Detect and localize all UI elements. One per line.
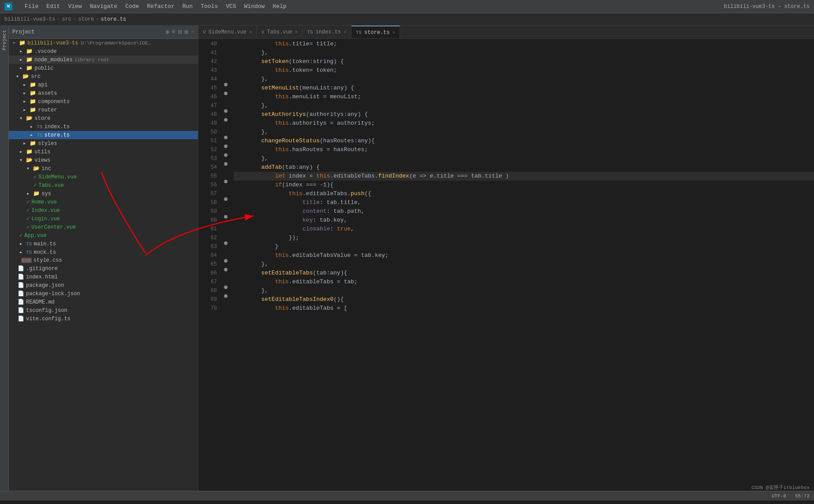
ts-tab-icon: TS <box>307 30 313 35</box>
settings-icon[interactable]: ⚙ <box>184 28 188 36</box>
folder-open-icon: ▾ <box>12 40 15 46</box>
menu-edit[interactable]: Edit <box>43 2 63 11</box>
tab-sidemenu-label: SideMenu.vue <box>209 29 246 35</box>
sidebar-item-stylecss[interactable]: css style.css <box>9 256 198 264</box>
sidebar-item-indexhtml[interactable]: 📄 index.html <box>9 273 198 281</box>
ts-icon: TS <box>37 124 42 130</box>
menu-vcs[interactable]: VCS <box>222 2 239 11</box>
sidebar-item-packagelockjson[interactable]: 📄 package-lock.json <box>9 289 198 298</box>
usercenter-label: UserCenter.vue <box>31 224 76 230</box>
sidebar-item-api[interactable]: ▸ 📁 api <box>9 81 198 89</box>
tab-sidemenu[interactable]: V SideMenu.vue × <box>198 26 257 39</box>
tab-index-ts[interactable]: TS index.ts × <box>302 26 351 39</box>
folder-icon: 📁 <box>26 48 33 55</box>
close-store-ts-tab[interactable]: × <box>392 30 396 35</box>
tab-store-ts[interactable]: TS store.ts × <box>351 26 400 39</box>
sidebar-title: Project <box>12 29 162 35</box>
project-tab[interactable]: Project <box>0 26 9 491</box>
sidebar-item-store[interactable]: ▾ 📂 store <box>9 114 198 122</box>
close-sidebar-icon[interactable]: – <box>191 28 194 36</box>
mockts-label: mock.ts <box>34 249 56 256</box>
sidebar-item-sidemenu[interactable]: ✓ SideMenu.vue <box>9 173 198 181</box>
expand-icon[interactable]: ⊟ <box>178 28 182 36</box>
sidebar-item-index-ts[interactable]: ▸ TS index.ts <box>9 122 198 131</box>
sidebar-item-styles[interactable]: ▸ 📁 styles <box>9 139 198 148</box>
packagelockjson-label: package-lock.json <box>26 291 80 297</box>
breadcrumb-store[interactable]: store <box>78 16 94 22</box>
folder-open-src-icon: 📂 <box>22 73 29 80</box>
sidebar-item-gitignore[interactable]: 📄 .gitignore <box>9 264 198 273</box>
sidebar-header: Project ⊕ ≡ ⊟ ⚙ – <box>9 26 198 39</box>
sidebar-item-packagejson[interactable]: 📄 package.json <box>9 281 198 289</box>
menu-code[interactable]: Code <box>122 2 142 11</box>
tab-tabs[interactable]: V Tabs.vue × <box>257 26 303 39</box>
menu-window[interactable]: Window <box>241 2 269 11</box>
breadcrumb-project[interactable]: bilibili-vue3-ts <box>4 16 55 22</box>
sidebar-item-components[interactable]: ▸ 📁 components <box>9 97 198 106</box>
main-container: Project Project ⊕ ≡ ⊟ ⚙ – ▾ 📁 bilibili-v… <box>0 26 814 491</box>
sidebar-item-assets[interactable]: ▸ 📁 assets <box>9 89 198 97</box>
folder-comp-icon: 📁 <box>30 98 36 105</box>
sidebar-item-bilibili-vue3-ts[interactable]: ▾ 📁 bilibili-vue3-ts D:\ProgramWorkSpace… <box>9 39 198 47</box>
folder-router-icon: 📁 <box>30 107 36 113</box>
sidebar-item-utils[interactable]: ▸ 📁 utils <box>9 148 198 156</box>
code-line-52: this.hasRoutes = hasRoutes; <box>234 145 814 154</box>
project-tab-label[interactable]: Project <box>2 30 7 50</box>
sidebar-item-inc[interactable]: ▾ 📂 inc <box>9 164 198 173</box>
menu-navigate[interactable]: Navigate <box>86 2 121 11</box>
sidebar-item-readme[interactable]: 📄 README.md <box>9 298 198 306</box>
sidebar-item-usercenter[interactable]: ✓ UserCenter.vue <box>9 223 198 231</box>
tab-bar: V SideMenu.vue × V Tabs.vue × TS index.t… <box>198 26 814 39</box>
sidebar-item-tabs[interactable]: ✓ Tabs.vue <box>9 181 198 189</box>
sidemenu-label: SideMenu.vue <box>38 174 76 180</box>
maints-label: main.ts <box>34 241 56 247</box>
code-line-46: this.menuList = menuList; <box>234 93 814 101</box>
line-col-label: 55:72 <box>795 493 810 499</box>
code-line-54: addTab(tab:any) { <box>234 163 814 172</box>
close-index-ts-tab[interactable]: × <box>344 30 347 35</box>
sidebar-item-public[interactable]: ▸ 📁 public <box>9 64 198 72</box>
sidebar-item-maints[interactable]: ▸ TS main.ts <box>9 240 198 248</box>
sidebar-item-appvue[interactable]: ✓ App.vue <box>9 231 198 240</box>
close-tabs-tab[interactable]: × <box>295 30 298 35</box>
sidebar-item-vscode[interactable]: ▸ 📁 .vscode <box>9 47 198 56</box>
sidebar-item-login[interactable]: ✓ Login.vue <box>9 215 198 223</box>
json-icon: 📄 <box>18 282 24 289</box>
sidebar-item-sys[interactable]: ▸ 📁 sys <box>9 189 198 198</box>
code-line-58: title: tab.title, <box>234 198 814 207</box>
indexvue-label: Index.vue <box>31 208 60 214</box>
sidebar-item-src[interactable]: ▾ 📂 src <box>9 72 198 81</box>
menu-run[interactable]: Run <box>179 2 196 11</box>
sidebar-item-views[interactable]: ▾ 📂 views <box>9 156 198 164</box>
collapse-all-icon[interactable]: ≡ <box>172 28 175 36</box>
sidebar-item-home[interactable]: ✓ Home.vue <box>9 198 198 206</box>
api-label: api <box>38 82 48 88</box>
breadcrumb-src[interactable]: src <box>62 16 71 22</box>
menu-tools[interactable]: Tools <box>197 2 221 11</box>
folder-open-views-icon: 📂 <box>26 157 33 163</box>
sidebar-item-indexvue[interactable]: ✓ Index.vue <box>9 206 198 215</box>
menu-view[interactable]: View <box>64 2 85 11</box>
chevron-right-icon2: ▸ <box>19 56 22 63</box>
code-line-61: closable: true, <box>234 225 814 233</box>
sidebar-item-viteconfigts[interactable]: 📄 vite.config.ts <box>9 315 198 323</box>
vue-check-icon: ✓ <box>34 174 37 180</box>
menu-refactor[interactable]: Refactor <box>143 2 178 11</box>
sidebar-item-mockts[interactable]: ▸ TS mock.ts <box>9 248 198 256</box>
menu-help[interactable]: Help <box>269 2 290 11</box>
code-editor[interactable]: 4041424344 4546474849 5051525354 5556575… <box>198 39 814 491</box>
code-line-41: }, <box>234 48 814 57</box>
library-root-badge: library root <box>75 57 109 63</box>
sidebar-item-node-modules[interactable]: ▸ 📁 node_modules library root <box>9 56 198 64</box>
sidebar-item-tsconfigjson[interactable]: 📄 tsconfig.json <box>9 306 198 315</box>
breadcrumb-file[interactable]: store.ts <box>101 16 126 22</box>
sidebar-item-store-ts[interactable]: ▸ TS store.ts <box>9 131 198 139</box>
folder-api-icon: 📁 <box>30 82 36 88</box>
code-content[interactable]: this.title= title; }, setToken(token:str… <box>229 39 814 491</box>
menu-file[interactable]: File <box>21 2 42 11</box>
breadcrumb: bilibili-vue3-ts › src › store › store.t… <box>0 13 814 26</box>
close-sidemenu-tab[interactable]: × <box>249 30 252 35</box>
code-line-50: }, <box>234 128 814 137</box>
sidebar-item-router[interactable]: ▸ 📁 router <box>9 106 198 114</box>
sync-icon[interactable]: ⊕ <box>165 28 169 36</box>
